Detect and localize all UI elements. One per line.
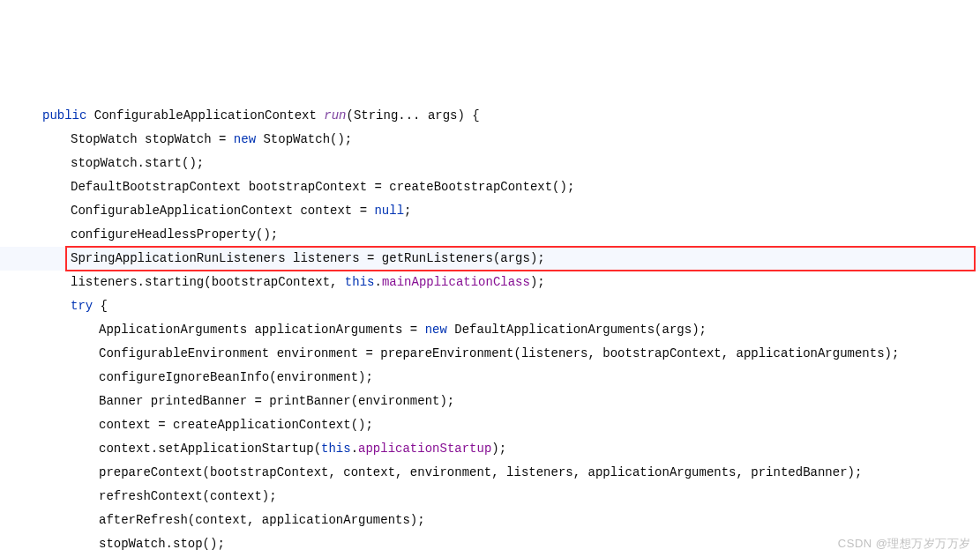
code-token: public bbox=[42, 108, 94, 123]
code-token: { bbox=[101, 299, 108, 313]
code-line[interactable]: afterRefresh(context, applicationArgumen… bbox=[9, 509, 980, 532]
code-line[interactable]: StopWatch stopWatch = new StopWatch(); bbox=[9, 128, 980, 152]
code-token: ConfigurableEnvironment environment = pr… bbox=[99, 346, 899, 360]
code-token: configureHeadlessProperty(); bbox=[71, 227, 278, 241]
code-token: stopWatch.stop(); bbox=[99, 537, 225, 551]
code-token: . bbox=[374, 275, 381, 289]
code-token: try bbox=[71, 299, 101, 313]
code-token: refreshContext(context); bbox=[99, 489, 277, 503]
code-token: ApplicationArguments applicationArgument… bbox=[99, 323, 425, 337]
code-token: Banner printedBanner = printBanner(envir… bbox=[99, 394, 454, 408]
code-token: StopWatch stopWatch = bbox=[71, 132, 234, 146]
code-line[interactable]: SpringApplicationRunListeners listeners … bbox=[9, 247, 980, 271]
code-token: afterRefresh(context, applicationArgumen… bbox=[99, 513, 425, 527]
code-line[interactable]: configureIgnoreBeanInfo(environment); bbox=[9, 366, 980, 390]
code-token: prepareContext(bootstrapContext, context… bbox=[99, 465, 862, 479]
code-lines-container[interactable]: public ConfigurableApplicationContext ru… bbox=[9, 104, 980, 557]
code-token: new bbox=[425, 323, 455, 337]
code-line[interactable]: stopWatch.stop(); bbox=[9, 532, 980, 556]
code-token: ); bbox=[530, 275, 545, 289]
code-token: configureIgnoreBeanInfo(environment); bbox=[99, 370, 373, 384]
code-token: DefaultApplicationArguments(args); bbox=[454, 323, 707, 337]
code-line[interactable]: listeners.starting(bootstrapContext, thi… bbox=[9, 271, 980, 294]
code-token: SpringApplicationRunListeners listeners … bbox=[71, 251, 545, 265]
code-line[interactable]: DefaultBootstrapContext bootstrapContext… bbox=[9, 175, 980, 199]
code-token: mainApplicationClass bbox=[382, 275, 530, 289]
code-token: DefaultBootstrapContext bootstrapContext… bbox=[71, 180, 574, 194]
code-line[interactable]: prepareContext(bootstrapContext, context… bbox=[9, 461, 980, 485]
code-token: context = createApplicationContext(); bbox=[99, 418, 373, 432]
code-line[interactable]: context = createApplicationContext(); bbox=[9, 413, 980, 437]
code-token: new bbox=[234, 132, 264, 146]
code-token: ConfigurableApplicationContext context = bbox=[71, 204, 374, 218]
code-token: this bbox=[345, 275, 375, 289]
code-line[interactable]: public ConfigurableApplicationContext ru… bbox=[9, 104, 980, 128]
code-line[interactable]: stopWatch.start(); bbox=[9, 152, 980, 175]
code-token: (String... args) { bbox=[346, 108, 479, 123]
code-token: ); bbox=[491, 442, 506, 456]
code-line[interactable]: Banner printedBanner = printBanner(envir… bbox=[9, 390, 980, 413]
code-token: null bbox=[374, 204, 404, 218]
code-line[interactable]: context.setApplicationStartup(this.appli… bbox=[9, 437, 980, 461]
code-token: . bbox=[351, 442, 358, 456]
code-token: this bbox=[321, 442, 351, 456]
code-token: ; bbox=[404, 204, 411, 218]
code-line[interactable]: ConfigurableApplicationContext context =… bbox=[9, 199, 980, 223]
code-token: run bbox=[324, 108, 346, 123]
code-token: applicationStartup bbox=[358, 442, 491, 456]
code-viewer: public ConfigurableApplicationContext ru… bbox=[0, 0, 980, 557]
code-token: listeners.starting(bootstrapContext, bbox=[71, 275, 345, 289]
code-line[interactable]: ApplicationArguments applicationArgument… bbox=[9, 318, 980, 342]
code-token: stopWatch.start(); bbox=[71, 156, 204, 170]
code-token: ConfigurableApplicationContext bbox=[94, 108, 324, 123]
code-token: StopWatch(); bbox=[263, 132, 352, 146]
code-token: context.setApplicationStartup( bbox=[99, 442, 321, 456]
code-line[interactable]: try { bbox=[9, 294, 980, 318]
code-line[interactable]: configureHeadlessProperty(); bbox=[9, 223, 980, 247]
code-line[interactable]: refreshContext(context); bbox=[9, 485, 980, 509]
code-line[interactable]: ConfigurableEnvironment environment = pr… bbox=[9, 342, 980, 366]
